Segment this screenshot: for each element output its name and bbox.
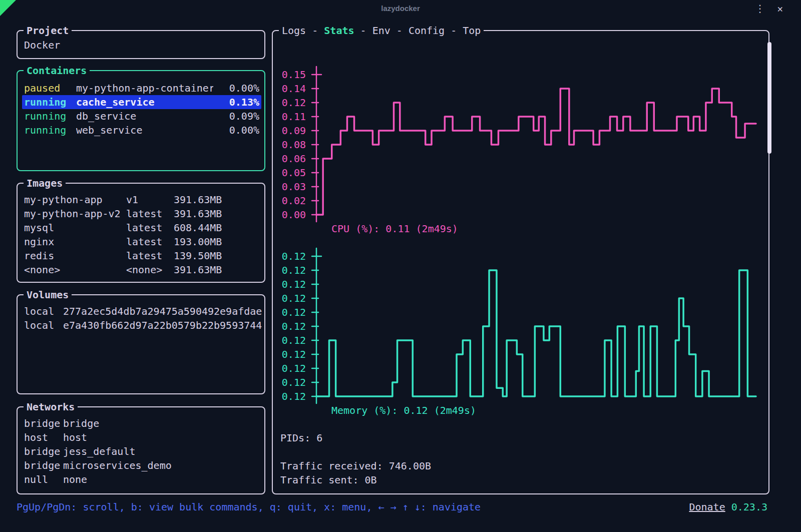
image-row[interactable]: mysqllatest608.44MB <box>24 221 259 235</box>
image-row[interactable]: my-python-app-v2latest391.63MB <box>24 207 259 221</box>
y-axis-tick-label: 0.12 <box>277 291 306 305</box>
container-status: running <box>24 109 76 123</box>
container-name: cache_service <box>76 95 213 109</box>
volume-row[interactable]: locale7a430fb662d97a22b0579b22b9593744 <box>24 318 259 332</box>
container-cpu-percent: 0.00% <box>213 123 259 137</box>
network-driver: bridge <box>24 444 63 458</box>
tab-separator: - <box>445 25 463 37</box>
tab-separator: - <box>354 25 372 37</box>
network-row[interactable]: hosthost <box>24 430 259 444</box>
network-row[interactable]: nullnone <box>24 472 259 486</box>
tab-config[interactable]: Config <box>409 25 445 37</box>
image-name: redis <box>24 249 126 263</box>
y-axis-tick-label: 0.12 <box>277 375 306 389</box>
image-tag: latest <box>126 221 174 235</box>
container-row[interactable]: runningcache_service0.13% <box>22 95 261 109</box>
y-axis-tick-label: 0.12 <box>277 333 306 347</box>
donate-link[interactable]: Donate <box>689 501 725 513</box>
traffic-sent-value: Traffic sent: 0B <box>280 473 377 487</box>
network-name: microservices_demo <box>63 458 259 472</box>
memory-chart-svg <box>311 242 761 410</box>
image-name: my-python-app-v2 <box>24 207 126 221</box>
image-size: 139.50MB <box>174 249 259 263</box>
network-name: bridge <box>63 416 259 430</box>
memory-chart-caption: Memory (%): 0.12 (2m49s) <box>331 403 476 417</box>
y-axis-tick-label: 0.12 <box>277 277 306 291</box>
container-cpu-percent: 0.13% <box>213 95 259 109</box>
y-axis-tick-label: 0.12 <box>277 96 306 110</box>
volumes-panel[interactable]: Volumes local277a2ec5d4db7a29475a590492e… <box>17 294 265 394</box>
images-panel[interactable]: Images my-python-appv1391.63MBmy-python-… <box>17 183 265 283</box>
image-tag: <none> <box>126 263 174 277</box>
project-panel-title: Project <box>24 24 72 38</box>
y-axis-tick-label: 0.09 <box>277 124 306 138</box>
volume-row[interactable]: local277a2ec5d4db7a29475a590492e9afdae <box>24 304 259 318</box>
container-name: my-python-app-container <box>76 81 213 95</box>
image-tag: latest <box>126 207 174 221</box>
scrollbar-thumb[interactable] <box>767 42 771 154</box>
image-name: mysql <box>24 221 126 235</box>
image-name: <none> <box>24 263 126 277</box>
project-panel[interactable]: Project Docker <box>17 30 265 59</box>
network-row[interactable]: bridgejess_default <box>24 444 259 458</box>
image-name: nginx <box>24 235 126 249</box>
container-cpu-percent: 0.00% <box>213 81 259 95</box>
tab-stats[interactable]: Stats <box>324 25 354 37</box>
network-name: jess_default <box>63 444 259 458</box>
y-axis-tick-label: 0.14 <box>277 82 306 96</box>
network-driver: bridge <box>24 458 63 472</box>
network-name: host <box>63 430 259 444</box>
y-axis-tick-label: 0.12 <box>277 361 306 375</box>
titlebar: lazydocker ⋮ ✕ <box>0 0 801 17</box>
volume-driver: local <box>24 304 63 318</box>
network-driver: null <box>24 472 63 486</box>
chart-line <box>316 89 756 215</box>
y-axis-tick-label: 0.12 <box>277 389 306 403</box>
container-row[interactable]: pausedmy-python-app-container0.00% <box>22 81 261 95</box>
network-driver: bridge <box>24 416 63 430</box>
volume-name: 277a2ec5d4db7a29475a590492e9afdae <box>63 304 262 318</box>
container-status: paused <box>24 81 76 95</box>
network-row[interactable]: bridgebridge <box>24 416 259 430</box>
y-axis-tick-label: 0.12 <box>277 263 306 277</box>
images-list: my-python-appv1391.63MBmy-python-app-v2l… <box>24 193 259 277</box>
container-row[interactable]: runningdb_service0.09% <box>22 109 261 123</box>
y-axis-tick-label: 0.12 <box>277 319 306 333</box>
container-status: running <box>24 95 76 109</box>
network-name: none <box>63 472 259 486</box>
containers-panel[interactable]: Containers pausedmy-python-app-container… <box>17 70 265 171</box>
networks-panel[interactable]: Networks bridgebridgehosthostbridgejess_… <box>17 406 265 494</box>
tab-env[interactable]: Env <box>372 25 390 37</box>
volume-name: e7a430fb662d97a22b0579b22b9593744 <box>63 318 262 332</box>
chart-line <box>316 270 756 396</box>
image-row[interactable]: <none><none>391.63MB <box>24 263 259 277</box>
image-size: 193.00MB <box>174 235 259 249</box>
window-menu-icon[interactable]: ⋮ <box>755 2 765 15</box>
keybindings-help: PgUp/PgDn: scroll, b: view bulk commands… <box>17 500 481 514</box>
y-axis-tick-label: 0.15 <box>277 68 306 82</box>
image-row[interactable]: nginxlatest193.00MB <box>24 235 259 249</box>
image-row[interactable]: redislatest139.50MB <box>24 249 259 263</box>
image-row[interactable]: my-python-appv1391.63MB <box>24 193 259 207</box>
image-tag: latest <box>126 235 174 249</box>
network-row[interactable]: bridgemicroservices_demo <box>24 458 259 472</box>
y-axis-tick-label: 0.00 <box>277 208 306 222</box>
networks-panel-title: Networks <box>24 400 78 414</box>
container-row[interactable]: runningweb_service0.00% <box>22 123 261 137</box>
volumes-list: local277a2ec5d4db7a29475a590492e9afdaelo… <box>24 304 259 332</box>
image-tag: latest <box>126 249 174 263</box>
image-tag: v1 <box>126 193 174 207</box>
tab-logs[interactable]: Logs <box>282 25 306 37</box>
version-label: 0.23.3 <box>731 501 767 513</box>
container-cpu-percent: 0.09% <box>213 109 259 123</box>
close-icon[interactable]: ✕ <box>777 2 783 15</box>
y-axis-tick-label: 0.03 <box>277 180 306 194</box>
containers-panel-title: Containers <box>24 64 90 78</box>
window-title: lazydocker <box>0 4 801 13</box>
y-axis-tick-label: 0.08 <box>277 138 306 152</box>
tab-top[interactable]: Top <box>463 25 481 37</box>
y-axis-tick-label: 0.11 <box>277 110 306 124</box>
tab-separator: - <box>390 25 409 37</box>
y-axis-tick-label: 0.12 <box>277 305 306 319</box>
containers-list: pausedmy-python-app-container0.00%runnin… <box>24 81 259 137</box>
